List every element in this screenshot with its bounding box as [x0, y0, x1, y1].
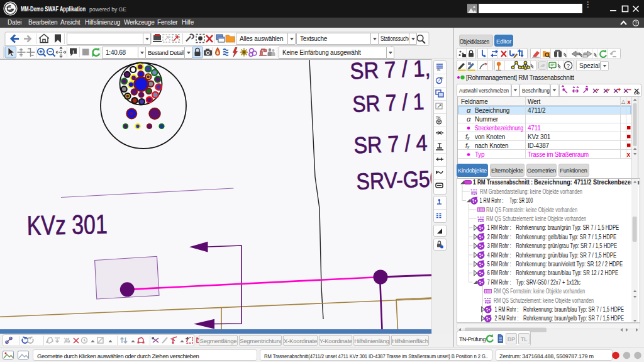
svg-text:2 RM Rohr :: 2 RM Rohr : — [487, 234, 511, 240]
svg-text:1 RM Trassenabschnitt :: 1 RM Trassenabschnitt : — [473, 179, 533, 186]
svg-text:Rohrkennung: grün/blau Typ: SR: Rohrkennung: grün/blau Typ: SR 7 / 1,5 H… — [516, 252, 616, 259]
svg-text:RM QS Formstein: keine Objekte: RM QS Formstein: keine Objekte vorhanden — [486, 206, 577, 213]
svg-text:BI: BI — [440, 76, 443, 80]
svg-text:RM QS Formstein: keine Objekte: RM QS Formstein: keine Objekte vorhanden — [494, 288, 585, 295]
svg-text:[Rohrmanagement] RM Trassenabs: [Rohrmanagement] RM Trassenabschnitt — [466, 74, 574, 81]
svg-text:Trasse im Straßenraum: Trasse im Straßenraum — [528, 151, 589, 158]
svg-text:4 RM Rohr :: 4 RM Rohr : — [487, 252, 511, 259]
svg-text:Typ: Typ — [475, 151, 485, 158]
svg-text:i: i — [72, 49, 74, 55]
svg-text:?: ? — [567, 62, 570, 69]
svg-text:Streckenbezeichnung: Streckenbezeichnung — [475, 125, 523, 132]
svg-text:fₓ: fₓ — [465, 142, 470, 149]
svg-text:Rohrkennung: braun/blau Typ: S: Rohrkennung: braun/blau Typ: SR 12 / 2 H… — [516, 269, 618, 276]
svg-text:x: x — [627, 151, 631, 158]
svg-text:Feldname: Feldname — [461, 98, 488, 105]
svg-text:nach Knoten: nach Knoten — [475, 142, 508, 149]
svg-text:x: x — [628, 99, 631, 105]
svg-text:α: α — [467, 115, 471, 123]
svg-text:6 RM Rohr :: 6 RM Rohr : — [487, 269, 511, 276]
svg-text:2 RM Rohr :: 2 RM Rohr : — [495, 315, 519, 322]
svg-text:IN: IN — [437, 68, 440, 72]
svg-text:Nummer: Nummer — [475, 116, 499, 123]
svg-text:α: α — [467, 106, 471, 114]
svg-text:von Knoten: von Knoten — [475, 133, 505, 140]
svg-text:SR 7 / 4: SR 7 / 4 — [353, 130, 428, 158]
svg-text:Typ: SRV-G50 / 22x7 + 1x12tc: Typ: SRV-G50 / 22x7 + 1x12tc — [516, 279, 580, 286]
svg-text:Beschriftung: Beschriftung — [522, 87, 550, 94]
svg-text:KVz 301: KVz 301 — [26, 209, 108, 240]
svg-text:4711/2: 4711/2 — [528, 107, 546, 114]
svg-text:Rohrkennung: braun/grün Typ: S: Rohrkennung: braun/grün Typ: SR 7 / 1,5 … — [516, 224, 619, 231]
svg-text:SR 7 / 1: SR 7 / 1 — [352, 89, 425, 117]
svg-text:Rohrkennung: braun/gelb Typ: S: Rohrkennung: braun/gelb Typ: SR 7 / 1,5 … — [523, 315, 624, 322]
svg-text:TK: TK — [436, 116, 441, 120]
svg-text:Auswahl verschmelzen: Auswahl verschmelzen — [459, 87, 509, 94]
svg-text:Bezeichnung: Bezeichnung — [475, 107, 509, 114]
svg-text:Spezial: Spezial — [579, 62, 600, 69]
svg-text:Bezeichnung: 4711/2 Streckenbe: Bezeichnung: 4711/2 Streckenbezeichnung — [534, 179, 640, 186]
svg-text:Wert: Wert — [528, 98, 540, 105]
svg-text:RM Grabendarstellung: keine Ob: RM Grabendarstellung: keine Objekte vorh… — [480, 188, 582, 195]
svg-text:Rohrkennung: gelb/blau Typ: SR: Rohrkennung: gelb/blau Typ: SR 7 / 1,5 H… — [516, 234, 616, 240]
svg-text:Rohrkennung: braun/violett Typ: Rohrkennung: braun/violett Typ: SR 12 / … — [516, 261, 623, 268]
svg-text:KVz 301: KVz 301 — [528, 133, 551, 140]
svg-text:7 RM Rohr :: 7 RM Rohr : — [487, 279, 511, 286]
svg-text:fₓ: fₓ — [465, 133, 470, 140]
svg-text:RM QS Schutzelement: keine Obj: RM QS Schutzelement: keine Objekte vorha… — [486, 215, 586, 222]
svg-text:Rohrkennung: braun/blau Typ: S: Rohrkennung: braun/blau Typ: SR 7 / 1,5 … — [523, 306, 624, 313]
svg-text:ID-4387: ID-4387 — [528, 142, 550, 149]
svg-text:1 RM Rohr :: 1 RM Rohr : — [487, 224, 511, 231]
svg-text:1 RM Rohr :: 1 RM Rohr : — [495, 306, 519, 313]
svg-text:Rohrkennung: grün/grau Typ: SR: Rohrkennung: grün/grau Typ: SR 7 / 1,5 H… — [516, 242, 617, 249]
svg-text:SR 7 / 1,: SR 7 / 1, — [350, 60, 431, 84]
svg-text:SRV-G50: SRV-G50 — [356, 166, 431, 195]
svg-text:Typ: SR 100: Typ: SR 100 — [509, 197, 533, 204]
svg-text:4711: 4711 — [528, 125, 541, 132]
svg-text:1 RM Rohr :: 1 RM Rohr : — [480, 197, 504, 204]
svg-text:RM QS Schutzelement: keine Obj: RM QS Schutzelement: keine Objekte vorha… — [494, 297, 594, 304]
svg-text:3 RM Rohr :: 3 RM Rohr : — [487, 242, 511, 249]
svg-text:5 RM Rohr :: 5 RM Rohr : — [487, 261, 511, 268]
